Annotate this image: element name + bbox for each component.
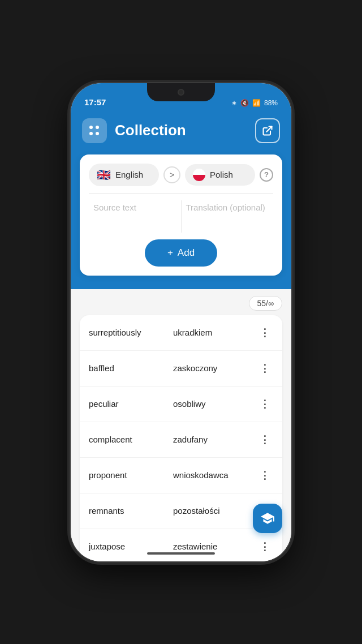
bluetooth-icon: ∗	[231, 99, 237, 107]
input-row: Source text Translation (optional)	[89, 193, 273, 233]
more-options-button[interactable]: ⋮	[257, 431, 273, 448]
word-count-badge: 55/∞	[249, 296, 282, 311]
more-options-button[interactable]: ⋮	[257, 538, 273, 555]
battery-level: 88%	[264, 99, 278, 107]
source-language-label: English	[115, 170, 143, 179]
word-english: juxtapose	[89, 542, 173, 551]
study-fab-button[interactable]	[253, 504, 282, 533]
target-language-label: Polish	[210, 170, 233, 179]
count-badge-area: 55/∞	[80, 296, 282, 311]
add-icon: +	[167, 247, 173, 259]
word-english: proponent	[89, 470, 173, 480]
table-row: remnantspozostałości⋮	[80, 493, 282, 529]
word-english: surreptitiously	[89, 328, 173, 337]
app-header: Collection	[71, 111, 291, 154]
table-row: surreptitiouslyukradkiem⋮	[80, 315, 282, 351]
language-row: 🇬🇧 English > Polish ?	[89, 164, 273, 186]
help-button[interactable]: ?	[260, 168, 273, 182]
grid-menu-button[interactable]	[82, 118, 107, 143]
question-mark-icon: ?	[264, 170, 269, 179]
word-english: peculiar	[89, 399, 173, 409]
translation-input-area[interactable]: Translation (optional)	[182, 200, 274, 233]
volume-icon: 🔇	[240, 99, 249, 107]
uk-flag-icon: 🇬🇧	[97, 168, 111, 182]
arrow-icon: >	[170, 170, 174, 179]
word-polish: wnioskodawca	[173, 470, 257, 480]
grid-icon	[89, 126, 100, 136]
translation-placeholder: Translation (optional)	[186, 203, 265, 212]
table-row: juxtaposezestawienie⋮	[80, 529, 282, 561]
table-row: baffledzaskoczony⋮	[80, 351, 282, 387]
export-button[interactable]	[255, 118, 280, 143]
more-options-button[interactable]: ⋮	[257, 396, 273, 413]
camera	[178, 89, 184, 96]
table-row: complacentzadufany⋮	[80, 422, 282, 458]
swap-language-button[interactable]: >	[163, 166, 180, 183]
word-polish: pozostałości	[173, 506, 257, 516]
phone-screen: 17:57 ∗ 🔇 📶 88% Collection	[71, 83, 291, 561]
page-title: Collection	[115, 122, 247, 139]
notch	[147, 83, 215, 101]
card-section: 🇬🇧 English > Polish ?	[71, 154, 291, 289]
wifi-icon: 📶	[252, 99, 261, 107]
more-options-button[interactable]: ⋮	[257, 324, 273, 341]
source-input-area[interactable]: Source text	[89, 200, 182, 233]
word-english: remnants	[89, 506, 173, 516]
word-polish: zaskoczony	[173, 363, 257, 373]
word-english: baffled	[89, 363, 173, 373]
add-button-label: Add	[178, 247, 195, 259]
word-polish: osobliwy	[173, 399, 257, 409]
export-icon	[262, 125, 273, 136]
add-card: 🇬🇧 English > Polish ?	[80, 154, 282, 276]
more-options-button[interactable]: ⋮	[257, 467, 273, 484]
word-list: surreptitiouslyukradkiem⋮baffledzaskoczo…	[80, 315, 282, 561]
target-language-button[interactable]: Polish	[185, 164, 255, 186]
table-row: peculiarosobliwy⋮	[80, 387, 282, 422]
add-button[interactable]: + Add	[145, 239, 217, 267]
word-english: complacent	[89, 435, 173, 444]
table-row: proponentwnioskodawca⋮	[80, 458, 282, 493]
phone-frame: 17:57 ∗ 🔇 📶 88% Collection	[71, 83, 291, 561]
svg-line-0	[266, 126, 272, 131]
word-polish: ukradkiem	[173, 328, 257, 337]
source-language-button[interactable]: 🇬🇧 English	[89, 164, 159, 186]
more-options-button[interactable]: ⋮	[257, 360, 273, 377]
graduation-cap-icon	[260, 511, 275, 526]
source-placeholder: Source text	[93, 203, 136, 212]
word-polish: zadufany	[173, 435, 257, 444]
word-polish: zestawienie	[173, 542, 257, 551]
status-icons: ∗ 🔇 📶 88%	[231, 99, 278, 107]
polish-flag-icon	[193, 169, 205, 181]
home-indicator	[147, 552, 215, 555]
